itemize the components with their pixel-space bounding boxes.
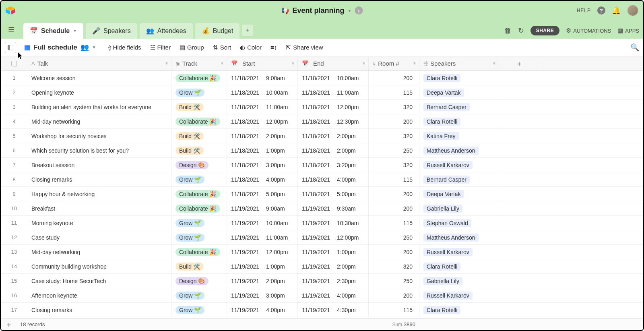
room-sum[interactable]: Sum3890: [392, 321, 415, 327]
table-row[interactable]: 16 Afternoon keynote Grow 🌱 11/19/20213:…: [1, 288, 643, 303]
user-avatar[interactable]: [627, 5, 638, 16]
table-tab-schedule[interactable]: 📅Schedule▼: [23, 23, 83, 39]
row-number[interactable]: 2: [1, 85, 27, 99]
table-row[interactable]: 13 Mid-day networking Collaborate 🎉 11/1…: [1, 245, 643, 259]
cell-talk[interactable]: Afternoon keynote: [27, 288, 171, 302]
automations-button[interactable]: ⚙AUTOMATIONS: [566, 27, 611, 34]
chevron-down-icon[interactable]: ▼: [92, 45, 96, 50]
search-icon[interactable]: 🔍: [630, 43, 639, 52]
cell-start[interactable]: 11/19/20211:00pm: [227, 259, 298, 273]
cell-end[interactable]: 11/19/20212:00pm: [298, 259, 369, 273]
cell-talk[interactable]: Case study: [27, 230, 171, 244]
row-height-button[interactable]: ≡↕: [270, 44, 277, 51]
add-table-button[interactable]: ＋: [242, 25, 253, 36]
cell-end[interactable]: 11/18/202112:00pm: [298, 100, 369, 114]
cell-talk[interactable]: Building an alert system that works for …: [27, 100, 171, 114]
share-button[interactable]: SHARE: [530, 26, 560, 35]
cell-track[interactable]: Grow 🌱: [171, 303, 227, 317]
table-row[interactable]: 2 Opening keynote Grow 🌱 11/18/202110:00…: [1, 85, 643, 100]
row-number[interactable]: 10: [1, 201, 27, 215]
cell-start[interactable]: 11/18/202110:00am: [227, 85, 298, 99]
row-number[interactable]: 3: [1, 100, 27, 114]
cell-speakers[interactable]: Stephan Oswald: [419, 216, 499, 230]
cell-speakers[interactable]: Clara Rotelli: [419, 114, 499, 128]
cell-end[interactable]: 11/18/20215:00pm: [298, 187, 369, 201]
cell-start[interactable]: 11/18/20214:00pm: [227, 172, 298, 186]
row-number[interactable]: 7: [1, 158, 27, 172]
row-number[interactable]: 14: [1, 259, 27, 273]
column-header-start[interactable]: 📅Start▼: [227, 56, 298, 70]
cell-talk[interactable]: Case study: Home SecurTech: [27, 274, 171, 288]
cell-talk[interactable]: Happy hour & networking: [27, 187, 171, 201]
cell-room[interactable]: 320: [369, 158, 419, 172]
cell-track[interactable]: Design 🎨: [171, 274, 227, 288]
cell-talk[interactable]: Welcome session: [27, 71, 171, 85]
hide-fields-button[interactable]: ⟠Hide fields: [108, 44, 141, 51]
table-row[interactable]: 1 Welcome session Collaborate 🎉 11/18/20…: [1, 71, 643, 85]
cell-start[interactable]: 11/19/202111:00am: [227, 230, 298, 244]
cell-talk[interactable]: Which security solution is best for you?: [27, 143, 171, 157]
row-number[interactable]: 5: [1, 129, 27, 143]
trash-icon[interactable]: 🗑: [504, 27, 512, 35]
row-number[interactable]: 9: [1, 187, 27, 201]
cell-speakers[interactable]: Russell Karkarov: [419, 288, 499, 302]
table-tab-budget[interactable]: 💰Budget: [195, 23, 240, 39]
cell-track[interactable]: Grow 🌱: [171, 216, 227, 230]
cell-end[interactable]: 11/19/20211:00pm: [298, 245, 369, 259]
cell-track[interactable]: Collaborate 🎉: [171, 114, 227, 128]
cell-track[interactable]: Grow 🌱: [171, 172, 227, 186]
cell-room[interactable]: 115: [369, 172, 419, 186]
cell-track[interactable]: Build 🛠️: [171, 143, 227, 157]
cell-end[interactable]: 11/18/202110:00am: [298, 71, 369, 85]
chevron-down-icon[interactable]: ▼: [220, 61, 224, 66]
cell-end[interactable]: 11/19/20219:30am: [298, 201, 369, 215]
table-row[interactable]: 17 Closing remarks Grow 🌱 11/19/20214:00…: [1, 303, 643, 317]
cell-start[interactable]: 11/18/20211:00pm: [227, 143, 298, 157]
cell-room[interactable]: 200: [369, 201, 419, 215]
view-name[interactable]: ▦ Full schedule 👥 ▼: [24, 43, 96, 52]
cell-start[interactable]: 11/18/20212:00pm: [227, 129, 298, 143]
help-icon[interactable]: ?: [597, 6, 605, 14]
base-title[interactable]: Event planning: [293, 6, 345, 15]
cell-track[interactable]: Collaborate 🎉: [171, 187, 227, 201]
cell-start[interactable]: 11/19/202112:00pm: [227, 245, 298, 259]
cell-end[interactable]: 11/18/20213:20pm: [298, 158, 369, 172]
chevron-down-icon[interactable]: ▼: [73, 29, 77, 33]
cell-start[interactable]: 11/19/20214:00pm: [227, 303, 298, 317]
table-tab-speakers[interactable]: 🎤Speakers: [86, 23, 137, 39]
table-row[interactable]: 15 Case study: Home SecurTech Design 🎨 1…: [1, 274, 643, 288]
cell-talk[interactable]: Workshop for security novices: [27, 129, 171, 143]
cell-speakers[interactable]: Russell Karkarov: [419, 158, 499, 172]
table-row[interactable]: 10 Breakfast Collaborate 🎉 11/19/20219:0…: [1, 201, 643, 216]
table-row[interactable]: 11 Morning keynote Grow 🌱 11/19/202110:0…: [1, 216, 643, 230]
cell-end[interactable]: 11/18/20214:00pm: [298, 172, 369, 186]
row-number[interactable]: 6: [1, 143, 27, 157]
cell-end[interactable]: 11/18/202112:30pm: [298, 114, 369, 128]
apps-button[interactable]: ▦APPS: [617, 27, 639, 34]
add-column-button[interactable]: ＋: [499, 56, 539, 70]
cell-start[interactable]: 11/18/202112:00pm: [227, 114, 298, 128]
chevron-down-icon[interactable]: ▼: [413, 61, 417, 66]
cell-room[interactable]: 250: [369, 274, 419, 288]
cell-talk[interactable]: Community building workshop: [27, 259, 171, 273]
table-row[interactable]: 5 Workshop for security novices Build 🛠️…: [1, 129, 643, 143]
record-count[interactable]: 18 records: [20, 321, 45, 327]
cell-speakers[interactable]: Bernard Casper: [419, 172, 499, 186]
chevron-down-icon[interactable]: ▼: [492, 61, 496, 66]
cell-room[interactable]: 250: [369, 143, 419, 157]
column-header-talk[interactable]: ATalk▼: [27, 56, 171, 70]
cell-room[interactable]: 320: [369, 259, 419, 273]
cell-track[interactable]: Build 🛠️: [171, 100, 227, 114]
cell-speakers[interactable]: Bernard Casper: [419, 100, 499, 114]
cell-room[interactable]: 250: [369, 230, 419, 244]
select-all-checkbox[interactable]: [1, 56, 27, 70]
cell-start[interactable]: 11/18/202111:00am: [227, 100, 298, 114]
row-number[interactable]: 11: [1, 216, 27, 230]
color-button[interactable]: ◐Color: [240, 44, 262, 51]
cell-room[interactable]: 115: [369, 216, 419, 230]
filter-button[interactable]: ☱Filter: [150, 44, 171, 51]
chevron-down-icon[interactable]: ▼: [362, 61, 366, 66]
row-number[interactable]: 12: [1, 230, 27, 244]
cell-room[interactable]: 115: [369, 303, 419, 317]
cell-room[interactable]: 320: [369, 100, 419, 114]
